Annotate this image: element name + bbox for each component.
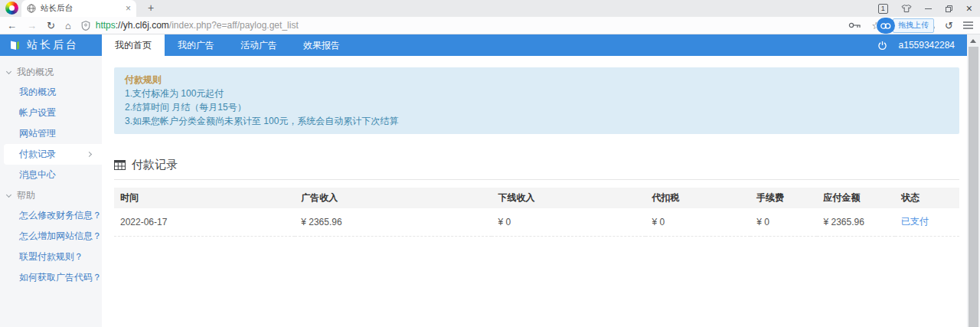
sidebar-item[interactable]: 帐户设置 xyxy=(0,103,102,123)
brand: 站长后台 xyxy=(0,34,102,56)
drag-upload-label: 拖拽上传 xyxy=(893,18,934,33)
username[interactable]: a1559342284 xyxy=(899,40,955,51)
scrollbar-up-arrow[interactable] xyxy=(970,39,976,43)
header-right: a1559342284 xyxy=(877,34,967,56)
table-row: 2022-06-17¥ 2365.96¥ 0¥ 0¥ 0¥ 2365.96已支付 xyxy=(114,208,959,237)
nav-tab-4[interactable]: 效果报告 xyxy=(290,34,353,56)
chevron-right-icon xyxy=(87,152,92,157)
notice-line: 2.结算时间 月结（每月15号） xyxy=(125,100,949,114)
chevron-down-icon xyxy=(6,68,11,74)
table-cell: ¥ 0 xyxy=(492,208,645,237)
download-count-badge[interactable]: 1 xyxy=(878,4,888,14)
sidebar-section-label: 帮助 xyxy=(17,189,35,202)
records-section-head: 付款记录 xyxy=(114,158,959,180)
table-cell: 2022-06-17 xyxy=(114,208,295,237)
cloud-upload-overlay[interactable]: 拖拽上传 xyxy=(877,18,934,34)
browser-tab[interactable]: 站长后台 × xyxy=(21,0,136,17)
logout-power-icon[interactable] xyxy=(877,41,887,51)
close-window-icon[interactable]: × xyxy=(966,3,972,14)
table-icon xyxy=(114,160,126,170)
status-link[interactable]: 已支付 xyxy=(901,216,929,227)
refresh-icon[interactable]: ↻ xyxy=(47,21,55,31)
table-cell: ¥ 0 xyxy=(645,208,750,237)
sidebar-item[interactable]: 我的概况 xyxy=(0,82,102,103)
scrollbar-thumb[interactable] xyxy=(969,47,978,327)
app-body: 我的概况我的概况帐户设置网站管理付款记录消息中心帮助怎么修改财务信息？怎么增加网… xyxy=(0,56,967,327)
app-header: 站长后台 我的首页我的广告活动广告效果报告 a1559342284 xyxy=(0,34,967,56)
tab-title: 站长后台 xyxy=(41,3,121,14)
page-scrollbar[interactable] xyxy=(967,34,980,327)
globe-icon xyxy=(27,4,36,13)
notice-line: 3.如果您帐户分类金额尚未累计至 100元，系统会自动累计下次结算 xyxy=(125,114,949,128)
sidebar-item[interactable]: 联盟付款规则？ xyxy=(0,247,102,267)
header-nav-tabs: 我的首页我的广告活动广告效果报告 xyxy=(102,34,353,56)
new-tab-button[interactable]: + xyxy=(144,2,158,15)
payment-rules-notice: 付款规则 1.支付标准为 100元起付2.结算时间 月结（每月15号）3.如果您… xyxy=(114,67,959,134)
sidebar-section-title[interactable]: 帮助 xyxy=(0,185,102,205)
sidebar-section-title[interactable]: 我的概况 xyxy=(0,62,102,82)
restore-icon[interactable] xyxy=(945,5,953,13)
sidebar-item[interactable]: 付款记录 xyxy=(4,144,102,165)
sidebar-item[interactable]: 网站管理 xyxy=(0,123,102,144)
address-bar[interactable]: https://yh.cl6j.com/index.php?e=aff/payl… xyxy=(81,20,843,31)
chevron-down-icon xyxy=(6,191,11,197)
table-header-row: 时间广告收入下线收入代扣税手续费应付金额状态 xyxy=(114,188,959,208)
home-icon[interactable]: ⌂ xyxy=(65,21,71,31)
table-cell: 已支付 xyxy=(895,208,959,237)
main-content: 付款规则 1.支付标准为 100元起付2.结算时间 月结（每月15号）3.如果您… xyxy=(102,56,967,327)
records-title: 付款记录 xyxy=(132,158,178,172)
tab-close-icon[interactable]: × xyxy=(126,4,131,13)
sidebar-section-label: 我的概况 xyxy=(17,66,54,79)
table-cell: ¥ 2365.96 xyxy=(295,208,492,237)
table-column-header: 代扣税 xyxy=(645,188,750,208)
notice-lines: 1.支付标准为 100元起付2.结算时间 月结（每月15号）3.如果您帐户分类金… xyxy=(125,87,949,128)
url-scheme: https xyxy=(96,20,116,31)
sidebar-item[interactable]: 怎么增加网站信息？ xyxy=(0,226,102,247)
table-head: 时间广告收入下线收入代扣税手续费应付金额状态 xyxy=(114,188,959,208)
theme-shirt-icon[interactable] xyxy=(901,4,912,13)
menu-icon[interactable] xyxy=(963,21,973,29)
notice-title: 付款规则 xyxy=(125,73,949,87)
nav-tab-3[interactable]: 活动广告 xyxy=(227,34,290,56)
browser-toolbar: ← → ↻ ⌂ https://yh.cl6j.com/index.php?e=… xyxy=(0,17,980,34)
brand-title: 站长后台 xyxy=(27,38,79,52)
table-column-header: 时间 xyxy=(114,188,295,208)
url-text[interactable]: https://yh.cl6j.com/index.php?e=aff/payl… xyxy=(96,20,299,31)
table-column-header: 广告收入 xyxy=(295,188,492,208)
password-key-icon[interactable] xyxy=(848,21,861,29)
table-column-header: 状态 xyxy=(895,188,959,208)
table-cell: ¥ 0 xyxy=(750,208,817,237)
nav-tab-2[interactable]: 我的广告 xyxy=(165,34,227,56)
sidebar: 我的概况我的概况帐户设置网站管理付款记录消息中心帮助怎么修改财务信息？怎么增加网… xyxy=(0,56,102,327)
sidebar-item[interactable]: 怎么修改财务信息？ xyxy=(0,205,102,226)
table-column-header: 手续费 xyxy=(750,188,817,208)
payment-records-table: 时间广告收入下线收入代扣税手续费应付金额状态 2022-06-17¥ 2365.… xyxy=(114,188,959,237)
shield-icon[interactable] xyxy=(81,21,90,31)
window-controls: 1 × xyxy=(878,0,972,17)
back-icon[interactable]: ← xyxy=(7,21,17,31)
undo-icon[interactable]: ↺ xyxy=(945,21,953,31)
table-body: 2022-06-17¥ 2365.96¥ 0¥ 0¥ 0¥ 2365.96已支付 xyxy=(114,208,959,237)
forward-icon[interactable]: → xyxy=(27,21,37,31)
browser-tab-bar: 站长后台 × + 1 × xyxy=(0,0,980,17)
browser-logo-icon[interactable] xyxy=(5,2,18,15)
sidebar-item[interactable]: 消息中心 xyxy=(0,165,102,185)
nav-tab-1[interactable]: 我的首页 xyxy=(102,34,165,56)
brand-book-icon xyxy=(8,39,21,51)
cloud-drive-icon[interactable] xyxy=(877,18,895,34)
sidebar-item[interactable]: 如何获取广告代码？ xyxy=(0,267,102,288)
notice-line: 1.支付标准为 100元起付 xyxy=(125,87,949,100)
page-content: 站长后台 我的首页我的广告活动广告效果报告 a1559342284 我的概况我的… xyxy=(0,34,967,327)
table-column-header: 应付金额 xyxy=(817,188,895,208)
table-cell: ¥ 2365.96 xyxy=(817,208,895,237)
table-column-header: 下线收入 xyxy=(492,188,645,208)
url-host: ://yh.cl6j.com xyxy=(116,20,169,31)
url-path: /index.php?e=aff/paylog.get_list xyxy=(169,20,299,31)
minimize-icon[interactable] xyxy=(925,8,932,9)
